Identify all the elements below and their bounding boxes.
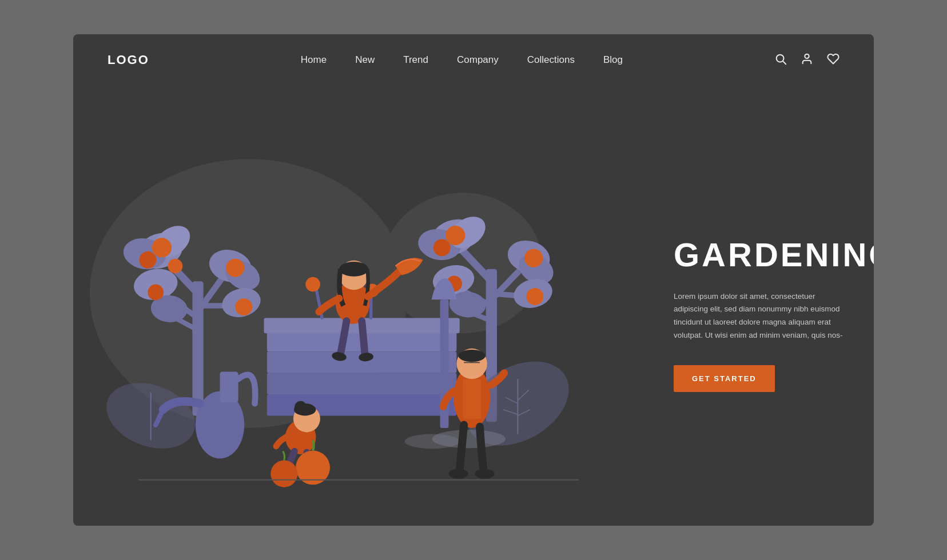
illustration-area <box>73 86 656 526</box>
svg-point-71 <box>339 262 368 277</box>
svg-point-43 <box>526 288 543 305</box>
svg-rect-81 <box>463 379 481 419</box>
svg-point-83 <box>459 350 486 362</box>
svg-line-1 <box>783 61 786 64</box>
hero-title: GARDENING <box>674 237 845 273</box>
svg-point-85 <box>449 469 468 479</box>
hero-section: GARDENING Lorem ipsum dolor sit amet, co… <box>73 86 874 526</box>
svg-point-24 <box>168 259 183 274</box>
nav-item-trend[interactable]: Trend <box>403 54 428 66</box>
nav-icons <box>774 53 839 68</box>
nav-item-company[interactable]: Company <box>457 54 499 66</box>
nav-item-collections[interactable]: Collections <box>527 54 575 66</box>
svg-point-40 <box>433 239 451 256</box>
svg-point-41 <box>524 249 543 267</box>
user-icon[interactable] <box>801 53 813 68</box>
nav-link-home[interactable]: Home <box>301 54 327 65</box>
svg-rect-53 <box>220 372 238 402</box>
nav-item-new[interactable]: New <box>355 54 375 66</box>
svg-point-63 <box>305 277 320 292</box>
svg-point-77 <box>295 401 307 413</box>
nav-links: Home New Trend Company Collections Blog <box>301 54 623 66</box>
svg-point-68 <box>405 434 460 449</box>
hero-description: Lorem ipsum dolor sit amet, consectetuer… <box>674 290 845 343</box>
nav-link-collections[interactable]: Collections <box>527 54 575 65</box>
nav-link-blog[interactable]: Blog <box>603 54 623 65</box>
svg-rect-57 <box>267 373 457 394</box>
nav-link-trend[interactable]: Trend <box>403 54 428 65</box>
svg-point-22 <box>148 285 164 301</box>
logo: LOGO <box>108 53 149 67</box>
navbar: LOGO Home New Trend Company Collections … <box>73 34 874 86</box>
svg-point-19 <box>152 238 172 257</box>
search-icon[interactable] <box>774 53 787 68</box>
svg-point-21 <box>226 259 244 277</box>
cta-button[interactable]: GET STARTED <box>674 365 775 392</box>
heart-icon[interactable] <box>827 53 839 68</box>
page-wrapper: LOGO Home New Trend Company Collections … <box>73 34 874 526</box>
svg-point-86 <box>475 469 495 479</box>
svg-point-20 <box>139 251 156 269</box>
nav-item-blog[interactable]: Blog <box>603 54 623 66</box>
svg-point-2 <box>805 54 809 58</box>
nav-link-company[interactable]: Company <box>457 54 499 65</box>
svg-point-79 <box>270 461 297 487</box>
text-area: GARDENING Lorem ipsum dolor sit amet, co… <box>656 86 874 526</box>
nav-link-new[interactable]: New <box>355 54 375 65</box>
svg-point-23 <box>235 298 252 315</box>
nav-item-home[interactable]: Home <box>301 54 327 66</box>
